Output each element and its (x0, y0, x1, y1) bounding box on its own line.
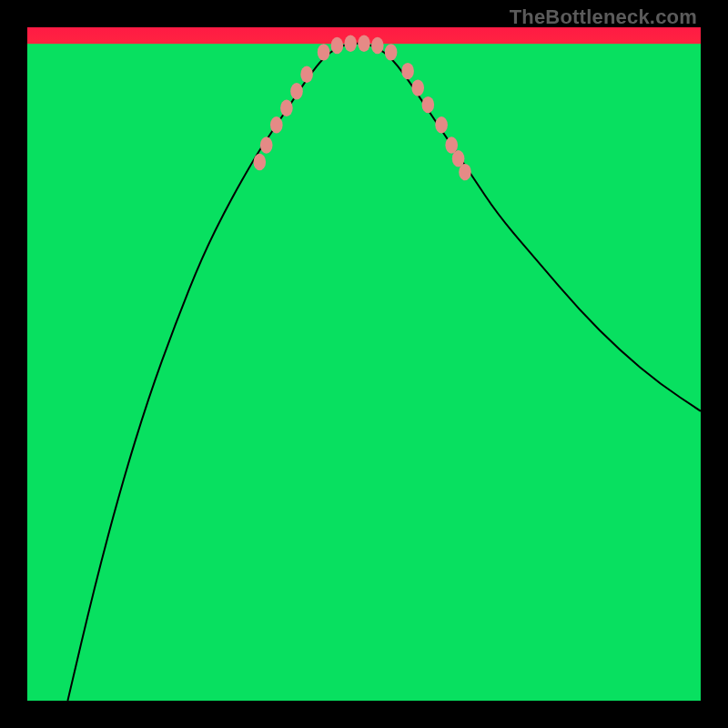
green-bottom-band (27, 44, 701, 701)
curve-marker (422, 96, 435, 113)
curve-marker (401, 63, 414, 79)
curve-marker (385, 44, 398, 60)
curve-marker (344, 35, 357, 52)
curve-marker (290, 83, 303, 99)
curve-marker (371, 37, 384, 54)
curve-marker (411, 79, 424, 96)
curve-marker (459, 164, 471, 180)
curve-marker (260, 136, 273, 153)
curve-marker (254, 154, 267, 170)
bottleneck-chart (27, 27, 701, 701)
curve-marker (358, 35, 370, 52)
curve-marker (435, 116, 448, 133)
watermark-text: TheBottleneck.com (510, 5, 697, 29)
curve-marker (280, 100, 293, 116)
chart-frame (27, 27, 701, 701)
curve-marker (331, 37, 344, 54)
curve-marker (318, 44, 330, 60)
curve-marker (270, 116, 283, 133)
curve-marker (300, 66, 313, 83)
